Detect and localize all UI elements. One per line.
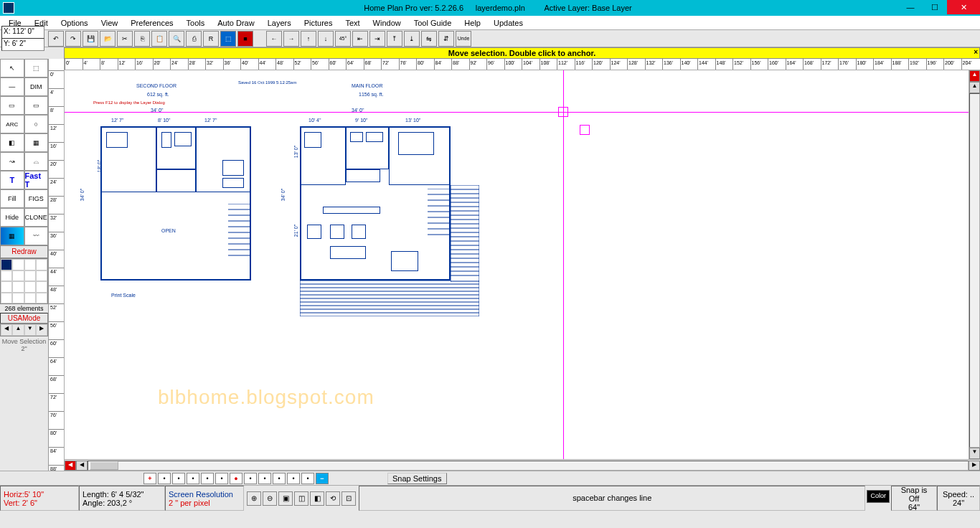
nudge-2[interactable]: ▼ [24,324,36,336]
menu-view[interactable]: View [95,17,124,29]
horizontal-scrollbar[interactable]: ◀ ◀ ▶ [65,459,980,471]
tool-7-1[interactable]: FIGS [24,189,49,208]
menu-preferences[interactable]: Preferences [125,17,179,29]
arrow-up-icon[interactable]: ↑ [301,31,316,47]
snap-dot-button[interactable]: • [201,473,214,484]
zoom-out-icon[interactable]: ⊖ [263,491,277,506]
usa-mode-label[interactable]: USAMode [0,313,48,324]
menu-tool-guide[interactable]: Tool Guide [408,17,458,29]
zoom-sel-icon[interactable]: ◧ [310,491,324,506]
zoom-in-icon[interactable]: 🔍 [169,31,184,47]
zoom-in-icon[interactable]: ⊕ [247,491,261,506]
copy-icon[interactable]: ⎘ [134,31,150,47]
snap-dot-button[interactable]: • [187,473,199,484]
tool-3-1[interactable]: ○ [24,115,49,133]
tool-8-1[interactable]: CLONE [24,208,49,227]
tool-5-0[interactable]: ↝ [0,152,24,171]
scroll-left-icon[interactable]: ◀ [76,461,88,471]
menu-pictures[interactable]: Pictures [298,17,339,29]
tool-2-0[interactable]: ▭ [0,96,24,115]
nudge-3[interactable]: ▶ [36,324,47,336]
scroll-left-icon[interactable]: ◀ [65,461,76,471]
snap-plus-button[interactable]: + [143,473,156,484]
tool-1-1[interactable]: DIM [24,77,49,96]
snap-settings-button[interactable]: Snap Settings [387,473,447,484]
snap-dot-button[interactable]: • [244,473,257,484]
angle-45-icon[interactable]: 45° [335,31,351,47]
menu-layers[interactable]: Layers [262,17,297,29]
tool-icon[interactable]: ⬚ [220,31,236,47]
tool-9-0[interactable]: ▦ [0,227,24,245]
nudge-left-icon[interactable]: ⇤ [352,31,368,47]
nudge-up-icon[interactable]: ⤒ [387,31,402,47]
menu-updates[interactable]: Updates [488,17,529,29]
scroll-up-icon[interactable]: ▲ [969,70,980,82]
tool-0-0[interactable]: ↖ [0,59,24,77]
tool-0-1[interactable]: ⬚ [24,59,49,77]
vertical-scrollbar[interactable]: ▲ ▲ ▼ [969,70,980,459]
tool-1-0[interactable]: — [0,77,24,96]
tool-4-0[interactable]: ◧ [0,133,24,152]
maximize-button[interactable]: ☐ [923,0,947,14]
flip-v-icon[interactable]: ⇵ [438,31,454,47]
message-close-icon[interactable]: × [974,48,978,56]
unde-icon[interactable]: Unde [456,31,471,47]
tool-4-1[interactable]: ▦ [24,133,49,152]
nudge-1[interactable]: ▲ [12,324,24,336]
snap-dot-button[interactable]: • [273,473,286,484]
snap-dot-button[interactable]: • [287,473,300,484]
scroll-up-icon[interactable]: ▲ [969,82,980,93]
print-icon[interactable]: ⎙ [186,31,202,47]
zoom-all-icon[interactable]: ⊡ [341,491,356,506]
color-palette[interactable] [0,258,48,304]
open-icon[interactable]: 📂 [100,31,116,47]
status-snap[interactable]: Snap is Off64" [891,486,937,511]
undo-icon[interactable]: ↶ [48,31,64,47]
menu-window[interactable]: Window [367,17,407,29]
redraw-button[interactable]: Redraw [0,245,48,258]
snap-dot-button[interactable]: • [158,473,171,484]
menu-help[interactable]: Help [458,17,486,29]
snap-dot-button[interactable]: • [215,473,228,484]
drawing-canvas[interactable]: SECOND FLOOR 612 sq. ft. Press F12 to di… [65,70,969,459]
selection-handle[interactable] [580,125,590,135]
redo-icon[interactable]: ↷ [65,31,81,47]
arrow-right-icon[interactable]: → [283,31,299,47]
scroll-right-icon[interactable]: ▶ [969,461,980,471]
tool-9-1[interactable]: 〰 [24,227,49,245]
tool-3-0[interactable]: ARC [0,115,24,133]
arrow-left-icon[interactable]: ← [266,31,282,47]
tool-2-1[interactable]: ▭ [24,96,49,115]
arrow-down-icon[interactable]: ↓ [318,31,334,47]
nudge-right-icon[interactable]: ⇥ [369,31,385,47]
menu-tools[interactable]: Tools [181,17,211,29]
tool-6-0[interactable]: T [0,171,24,189]
tool-7-0[interactable]: Fill [0,189,24,208]
tool-8-0[interactable]: Hide [0,208,24,227]
zoom-prev-icon[interactable]: ⟲ [326,491,340,506]
nudge-down-icon[interactable]: ⤓ [404,31,420,47]
paste-icon[interactable]: 📋 [151,31,167,47]
snap-dot-button[interactable]: • [258,473,271,484]
menu-options[interactable]: Options [55,17,94,29]
tool-6-1[interactable]: Fast T [24,171,49,189]
menu-auto-draw[interactable]: Auto Draw [212,17,260,29]
snap-dot-button[interactable]: • [301,473,314,484]
snap-dot-button[interactable]: • [172,473,185,484]
save-icon[interactable]: 💾 [83,31,98,47]
menu-text[interactable]: Text [339,17,365,29]
tool-5-1[interactable]: ⌓ [24,152,49,171]
rotate-icon[interactable]: R [203,31,219,47]
snap-minus-button[interactable]: − [316,473,329,484]
tool-icon[interactable]: ■ [237,31,253,47]
selection-handle[interactable] [558,107,568,117]
zoom-fit-icon[interactable]: ◫ [294,491,308,506]
cut-icon[interactable]: ✂ [117,31,133,47]
close-button[interactable]: ✕ [947,0,980,14]
scroll-down-icon[interactable]: ▼ [969,448,980,459]
flip-h-icon[interactable]: ⇋ [421,31,437,47]
nudge-0[interactable]: ◀ [1,324,12,336]
snap-dot-button[interactable]: ● [230,473,242,484]
minimize-button[interactable]: — [898,0,923,14]
color-button[interactable]: Color [867,490,890,503]
